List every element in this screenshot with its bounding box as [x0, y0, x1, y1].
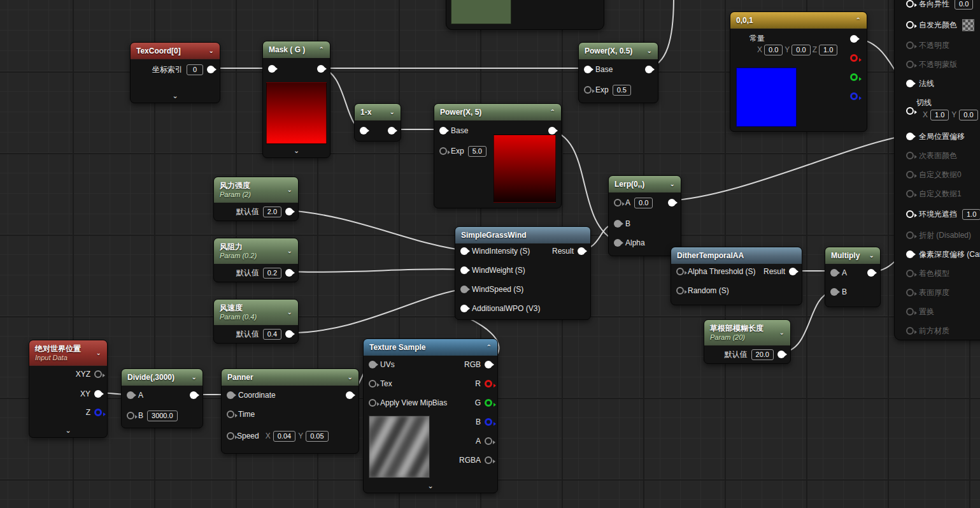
exp-value[interactable]: 5.0	[468, 146, 486, 157]
xyz-output-pin[interactable]	[94, 370, 102, 378]
shading-model-pin[interactable]	[906, 270, 914, 277]
b-input-pin[interactable]	[830, 288, 838, 296]
output-pin[interactable]	[645, 66, 653, 73]
a-input-pin[interactable]	[830, 269, 838, 277]
node-dithertemporalaa[interactable]: DitherTemporalAA Alpha Threshold (S) Res…	[671, 247, 802, 305]
default-value[interactable]: 0.4	[263, 329, 281, 340]
b-value[interactable]: 3000.0	[147, 410, 178, 421]
chevron-down-icon[interactable]: ⌄	[869, 252, 874, 259]
node-multiply[interactable]: Multiply⌄ A B	[825, 247, 881, 307]
node-simplegrasswind[interactable]: SimpleGrassWind WindIntensity (S) Result…	[455, 226, 591, 320]
chevron-down-icon[interactable]: ⌄	[96, 349, 101, 356]
node-texcoord[interactable]: TexCoord[0]⌄ 坐标索引 0 ⌄	[130, 42, 220, 103]
node-one-minus-x[interactable]: 1-x⌄	[354, 103, 401, 142]
speed-y-value[interactable]: 0.05	[306, 431, 328, 442]
node-power-5[interactable]: Power(X, 5)⌃ Base Exp 5.0	[434, 103, 562, 208]
expand-chevron-icon[interactable]: ⌄	[364, 482, 497, 490]
a-input-pin[interactable]	[614, 199, 621, 207]
refraction-pin[interactable]	[906, 231, 914, 239]
node-param-wind-resist[interactable]: 风阻力Param (0.2)⌄ 默认值 0.2	[213, 238, 299, 282]
input-pin[interactable]	[268, 65, 276, 73]
output-pin[interactable]	[346, 391, 353, 399]
output-pin[interactable]	[317, 65, 325, 73]
mipbias-input-pin[interactable]	[369, 399, 376, 407]
emissive-color-swatch[interactable]	[962, 19, 974, 31]
chevron-down-icon[interactable]: ⌄	[209, 47, 214, 54]
windspeed-input-pin[interactable]	[460, 286, 468, 293]
node-param-wind-speed[interactable]: 风速度Param (0.4)⌄ 默认值 0.4	[213, 299, 299, 344]
exp-input-pin[interactable]	[439, 147, 447, 155]
expand-chevron-icon[interactable]: ⌄	[29, 426, 107, 435]
tangent-x-value[interactable]: 1.0	[930, 110, 949, 120]
chevron-down-icon[interactable]: ⌄	[779, 329, 785, 336]
output-pin[interactable]	[548, 127, 556, 134]
tangent-y-value[interactable]: 0.0	[959, 110, 977, 120]
node-constant-001[interactable]: 0,0,1⌃ 常量 X 0.0 Y 0.0 Z 1.0	[730, 11, 867, 132]
result-output-pin[interactable]	[789, 268, 797, 275]
front-material-pin[interactable]	[906, 327, 914, 335]
windintensity-input-pin[interactable]	[460, 247, 468, 255]
expand-chevron-icon[interactable]: ⌄	[131, 92, 220, 100]
opacity-mask-pin[interactable]	[906, 61, 914, 68]
output-pin[interactable]	[388, 127, 395, 134]
node-material-result[interactable]: 各向异性 0.0 自发光颜色 不透明度 不透明蒙版 法线 切线 X 1.0 Y …	[894, 0, 980, 340]
pixel-depth-offset-pin[interactable]	[906, 250, 914, 258]
base-input-pin[interactable]	[584, 66, 592, 73]
alpha-input-pin[interactable]	[614, 239, 621, 247]
default-value[interactable]: 20.0	[751, 349, 774, 360]
y-value[interactable]: 0.0	[792, 45, 810, 55]
chevron-down-icon[interactable]: ⌄	[287, 308, 292, 316]
a-input-pin[interactable]	[127, 391, 134, 399]
chevron-down-icon[interactable]: ⌄	[192, 374, 197, 381]
b-input-pin[interactable]	[127, 412, 134, 419]
output-pin[interactable]	[285, 208, 293, 215]
custom-data1-pin[interactable]	[906, 190, 914, 198]
a-value[interactable]: 0.0	[634, 198, 653, 208]
expand-chevron-icon[interactable]: ⌄	[263, 147, 330, 155]
emissive-pin[interactable]	[906, 21, 914, 29]
chevron-down-icon[interactable]: ⌄	[670, 180, 675, 187]
node-power-05[interactable]: Power(X, 0.5)⌄ Base Exp 0.5	[578, 42, 658, 103]
anisotropy-value[interactable]: 0.0	[955, 0, 973, 10]
output-pin[interactable]	[778, 351, 785, 358]
displacement-pin[interactable]	[906, 308, 914, 316]
ambient-occlusion-value[interactable]: 1.0	[962, 209, 980, 220]
b-output-pin[interactable]	[485, 418, 492, 426]
node-absolute-world-position[interactable]: 绝对世界位置Input Data⌄ XYZ XY Z ⌄	[29, 340, 108, 438]
z-output-pin[interactable]	[94, 409, 102, 416]
chevron-down-icon[interactable]: ⌄	[348, 374, 353, 381]
normal-pin[interactable]	[906, 80, 914, 87]
alpha-threshold-input-pin[interactable]	[676, 268, 684, 275]
output-pin[interactable]	[285, 269, 293, 277]
node-param-grass-root-blur[interactable]: 草根部模糊长度Param (20)⌄ 默认值 20.0	[704, 319, 791, 364]
node-mask-g[interactable]: Mask ( G )⌃ ⌄	[262, 41, 330, 158]
output-pin[interactable]	[190, 391, 197, 399]
chevron-up-icon[interactable]: ⌃	[550, 108, 555, 115]
rgba-output-pin[interactable]	[485, 456, 492, 464]
custom-data0-pin[interactable]	[906, 171, 914, 178]
output-pin[interactable]	[207, 66, 215, 73]
b-input-pin[interactable]	[614, 220, 621, 228]
chevron-up-icon[interactable]: ⌃	[856, 17, 861, 24]
additionalwpo-input-pin[interactable]	[460, 305, 468, 312]
opacity-pin[interactable]	[906, 41, 914, 49]
rgb-output-pin[interactable]	[485, 361, 492, 368]
exp-value[interactable]: 0.5	[613, 85, 631, 96]
g-output-pin[interactable]	[485, 399, 492, 407]
node-param-wind-strength[interactable]: 风力强度Param (2)⌄ 默认值 2.0	[213, 177, 299, 221]
node-clipped-top[interactable]	[446, 0, 604, 30]
output-pin[interactable]	[285, 330, 293, 338]
subsurface-color-pin[interactable]	[906, 152, 914, 159]
node-panner[interactable]: Panner⌄ Coordinate Time Speed X 0.04 Y 0…	[221, 368, 359, 454]
node-divide[interactable]: Divide(,3000)⌄ A B 3000.0	[121, 368, 203, 428]
surface-thickness-pin[interactable]	[906, 289, 914, 296]
x-value[interactable]: 0.0	[764, 45, 783, 55]
chevron-down-icon[interactable]: ⌄	[287, 247, 292, 254]
tex-input-pin[interactable]	[369, 380, 376, 388]
a-output-pin[interactable]	[485, 437, 492, 445]
anisotropy-pin[interactable]	[906, 0, 914, 8]
output-pin-b[interactable]	[850, 92, 858, 100]
chevron-up-icon[interactable]: ⌃	[486, 344, 492, 351]
result-output-pin[interactable]	[578, 247, 585, 255]
node-texture-sample[interactable]: Texture Sample⌃ UVs RGB Tex R Apply View…	[363, 338, 498, 493]
